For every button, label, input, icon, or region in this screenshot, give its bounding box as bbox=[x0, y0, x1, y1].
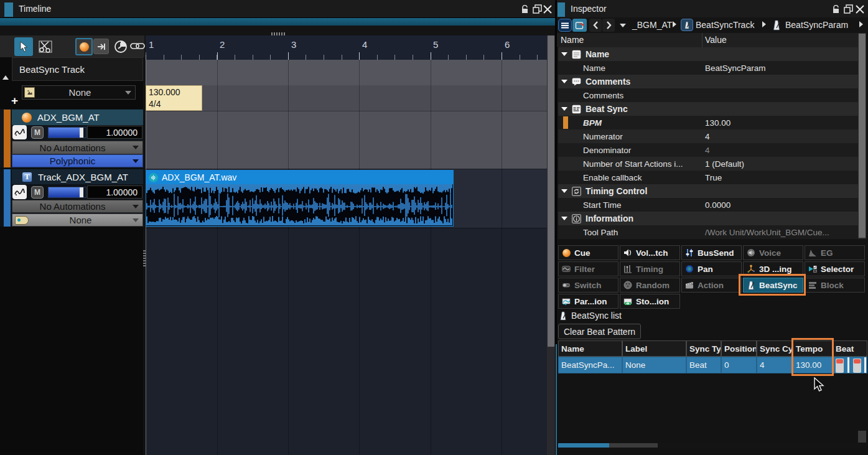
menu-button[interactable] bbox=[558, 19, 572, 32]
tab-eg[interactable]: EG bbox=[805, 245, 865, 260]
breadcrumb-back-button[interactable] bbox=[589, 19, 602, 32]
breadcrumb-param[interactable]: BeatSyncParam bbox=[785, 20, 848, 30]
close-icon[interactable] bbox=[543, 4, 553, 14]
track1-voice-mode-dropdown[interactable]: Polyphonic bbox=[12, 154, 143, 167]
timeline-vscrollbar[interactable] bbox=[547, 35, 555, 455]
track2-header[interactable]: T Track_ADX_BGM_AT bbox=[12, 169, 143, 184]
timeline-vscrollbar-thumb[interactable] bbox=[548, 35, 554, 347]
prop-value[interactable]: 1 (Default) bbox=[705, 159, 744, 169]
timeline-titlebar[interactable] bbox=[0, 0, 555, 18]
lock-icon[interactable] bbox=[831, 5, 841, 14]
track2-target-dropdown[interactable]: None bbox=[12, 213, 143, 227]
empty-lane[interactable] bbox=[146, 228, 547, 455]
tab-pan[interactable]: Pan bbox=[681, 261, 742, 276]
property-group-timing-control[interactable]: Timing Control bbox=[558, 184, 858, 198]
inspector-vscrollbar-thumb[interactable] bbox=[859, 34, 866, 238]
track1-automation-icon[interactable] bbox=[12, 125, 27, 139]
property-row-numerator[interactable]: Numerator 4 bbox=[558, 129, 858, 143]
tab-switch[interactable]: Switch bbox=[558, 278, 618, 293]
inspector-vscrollbar-lower[interactable] bbox=[858, 431, 866, 443]
table-cell-label[interactable]: None bbox=[622, 357, 686, 373]
property-group-comments[interactable]: Comments bbox=[558, 75, 858, 88]
add-track-button[interactable]: + bbox=[11, 94, 20, 106]
track2-automation-dropdown[interactable]: No Automations bbox=[12, 200, 143, 213]
tab-selector[interactable]: Selector bbox=[805, 261, 865, 276]
track1-volume-slider[interactable] bbox=[48, 127, 86, 138]
property-group-beatsync[interactable]: Beat Sync bbox=[558, 102, 858, 116]
tempo-marker[interactable]: 130.000 4/4 bbox=[146, 85, 202, 111]
tab-bussend[interactable]: BusSend bbox=[681, 245, 742, 260]
split-tool-button[interactable] bbox=[36, 37, 55, 56]
tab-parameter-automation[interactable]: Par...ion bbox=[558, 294, 618, 309]
tab-cue[interactable]: Cue bbox=[558, 245, 618, 260]
collapse-triangle-icon[interactable] bbox=[2, 75, 9, 80]
prop-value[interactable]: True bbox=[705, 173, 722, 182]
property-group-information[interactable]: Information bbox=[558, 212, 858, 225]
inspector-hscrollbar-thumb[interactable] bbox=[558, 443, 609, 448]
track1-automation-dropdown[interactable]: No Automations bbox=[12, 141, 143, 154]
property-row-bpm[interactable]: BPM 130.00 bbox=[558, 116, 858, 129]
track2-mute-button[interactable]: M bbox=[31, 186, 44, 199]
prop-value[interactable]: BeatSyncParam bbox=[705, 63, 766, 73]
prop-value[interactable]: 0.0000 bbox=[705, 200, 730, 210]
tab-voice[interactable]: Voice bbox=[743, 245, 803, 260]
link-button[interactable] bbox=[129, 39, 146, 53]
track1-mute-button[interactable]: M bbox=[31, 126, 44, 139]
audio-clip-header[interactable]: ADX_BGM_AT.wav bbox=[146, 171, 453, 184]
table-cell-sync-cycle[interactable]: 4 bbox=[757, 357, 793, 373]
track2-volume-slider[interactable] bbox=[48, 187, 86, 198]
beatsync-row-marker-lane[interactable] bbox=[146, 85, 547, 111]
table-header-label[interactable]: Label bbox=[622, 340, 686, 357]
property-row-comments[interactable]: Comments bbox=[558, 88, 858, 102]
tab-filter[interactable]: Filter bbox=[558, 261, 618, 276]
slider-handle[interactable] bbox=[80, 128, 83, 138]
slider-handle[interactable] bbox=[80, 187, 83, 197]
breadcrumb-forward-button[interactable] bbox=[602, 19, 615, 32]
tab-random[interactable]: Random bbox=[620, 278, 680, 293]
float-window-icon[interactable] bbox=[533, 4, 542, 14]
breadcrumb-history-dropdown[interactable] bbox=[620, 24, 626, 27]
step-forward-button[interactable] bbox=[93, 39, 109, 54]
track1-lane[interactable] bbox=[146, 111, 547, 169]
audio-clip[interactable]: ADX_BGM_AT.wav bbox=[146, 170, 454, 227]
track2-volume-value[interactable]: 1.00000 bbox=[87, 185, 142, 199]
collapse-caret-icon[interactable] bbox=[561, 80, 567, 83]
track2-automation-icon[interactable] bbox=[12, 185, 27, 199]
inspector-vscrollbar[interactable] bbox=[858, 33, 866, 239]
collapse-caret-icon[interactable] bbox=[561, 52, 567, 56]
tab-volume-pitch[interactable]: Vol...tch bbox=[620, 245, 680, 260]
property-row-enable-callback[interactable]: Enable callback True bbox=[558, 171, 858, 184]
table-header-beat[interactable]: Beat bbox=[833, 340, 867, 357]
clock-button[interactable] bbox=[112, 38, 129, 55]
property-row-name[interactable]: Name BeatSyncParam bbox=[558, 61, 858, 75]
track1-volume-value[interactable]: 1.00000 bbox=[87, 126, 142, 139]
prop-value[interactable]: 130.00 bbox=[705, 118, 730, 128]
table-header-name[interactable]: Name bbox=[558, 340, 622, 357]
breadcrumb-more-icon[interactable] bbox=[859, 21, 863, 27]
property-row-start-time[interactable]: Start Time 0.0000 bbox=[558, 198, 858, 212]
table-cell-beat-pattern[interactable] bbox=[833, 357, 867, 373]
table-cell-name[interactable]: BeatSyncPa... bbox=[558, 357, 622, 373]
table-header-sync-cycle[interactable]: Sync Cy bbox=[757, 340, 793, 357]
collapse-caret-icon[interactable] bbox=[561, 217, 567, 220]
property-row-start-actions[interactable]: Number of Start Actions i... 1 (Default) bbox=[558, 157, 858, 171]
tab-action[interactable]: Action bbox=[681, 278, 742, 293]
track1-header[interactable]: ADX_BGM_AT bbox=[12, 110, 143, 125]
beatsync-row-upper[interactable] bbox=[146, 60, 547, 85]
lock-icon[interactable] bbox=[520, 5, 530, 14]
clear-beat-pattern-button[interactable]: Clear Beat Pattern bbox=[558, 324, 641, 339]
property-group-name[interactable]: Name bbox=[558, 47, 858, 61]
collapse-caret-icon[interactable] bbox=[561, 189, 567, 193]
table-cell-sync-type[interactable]: Beat bbox=[686, 357, 721, 373]
tab-block[interactable]: Block bbox=[805, 278, 865, 293]
breadcrumb-track[interactable]: BeatSyncTrack bbox=[696, 20, 754, 30]
table-header-sync-type[interactable]: Sync Ty bbox=[686, 340, 721, 357]
property-row-denominator[interactable]: Denominator 4 bbox=[558, 143, 858, 157]
property-row-tool-path[interactable]: Tool Path /Work Unit/WorkUnit_BGM/Cue... bbox=[558, 225, 858, 239]
table-header-position[interactable]: Position bbox=[721, 340, 757, 357]
table-cell-position[interactable]: 0 bbox=[721, 357, 757, 373]
float-window-icon[interactable] bbox=[844, 4, 853, 14]
tab-timing[interactable]: Timing bbox=[620, 261, 680, 276]
collapse-caret-icon[interactable] bbox=[561, 107, 567, 111]
prop-value[interactable]: 4 bbox=[705, 132, 710, 141]
